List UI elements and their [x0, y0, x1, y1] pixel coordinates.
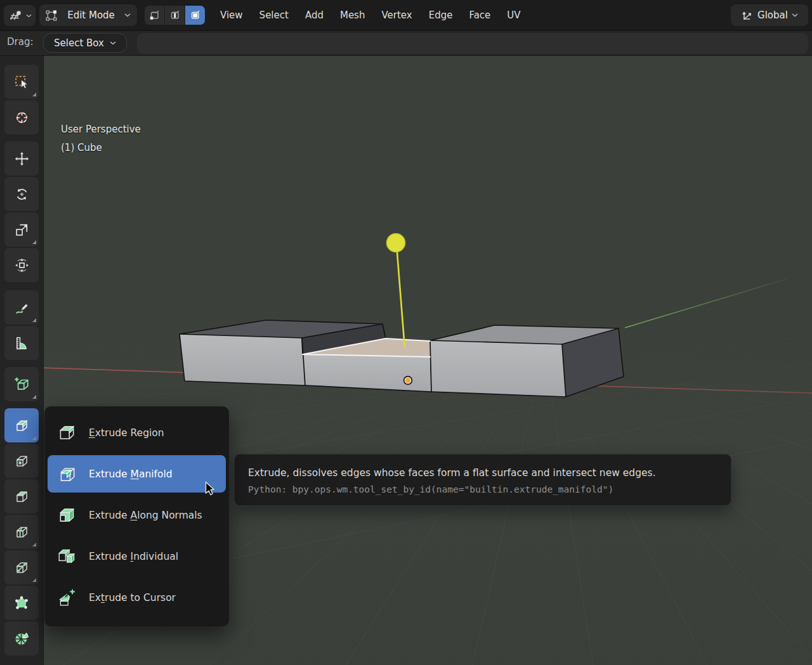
extrude-along-normals-icon — [55, 505, 78, 526]
tool-scale[interactable] — [4, 212, 39, 247]
menu-face[interactable]: Face — [461, 10, 499, 21]
menu-item-label: Extrude to Cursor — [89, 592, 176, 604]
menu-item-label: Extrude Manifold — [89, 468, 173, 480]
menu-item-extrude-along-normals[interactable]: Extrude Along Normals — [48, 496, 226, 534]
menu-add[interactable]: Add — [297, 10, 332, 21]
chevron-down-icon — [124, 13, 131, 17]
left-front-face[interactable] — [180, 334, 305, 385]
extrude-to-cursor-icon — [55, 588, 78, 608]
move-icon — [14, 151, 30, 167]
viewport-overlay-text: User Perspective (1) Cube — [61, 120, 141, 157]
rotate-icon — [14, 186, 30, 202]
tool-inset-faces[interactable] — [4, 444, 39, 478]
object-origin-dot — [404, 377, 412, 385]
tool-bevel[interactable] — [4, 479, 39, 513]
tool-transform[interactable] — [4, 248, 39, 282]
edit-mode-icon — [46, 10, 58, 22]
tooltip: Extrude, dissolves edges whose faces for… — [234, 454, 731, 506]
chevron-down-icon — [792, 13, 798, 17]
tool-settings-panel — [137, 33, 808, 54]
face-select-button[interactable] — [185, 6, 205, 25]
menu-view[interactable]: View — [212, 10, 251, 21]
editor-3d-viewport-icon — [8, 9, 22, 23]
select-mode-group — [145, 6, 205, 25]
tool-rotate[interactable] — [4, 177, 39, 211]
orientation-dropdown[interactable]: Global — [731, 4, 808, 26]
topbar: Edit Mode — [0, 0, 812, 31]
tooltip-python-hint: Python: bpy.ops.wm.tool_set_by_id(name="… — [248, 481, 718, 498]
tool-knife[interactable] — [4, 550, 39, 584]
mode-dropdown[interactable]: Edit Mode — [39, 4, 137, 26]
tool-tweak-select-box[interactable] — [4, 65, 39, 99]
tool-loop-cut[interactable] — [4, 515, 39, 549]
extrude-manifold-icon — [55, 464, 78, 484]
extrude-region-icon — [13, 417, 30, 434]
measure-icon — [14, 335, 30, 351]
extrude-flyout-menu: Extrude Region Extrude Manifold — [44, 406, 229, 626]
tooltip-description: Extrude, dissolves edges whose faces for… — [248, 465, 718, 481]
extrude-individual-icon — [55, 546, 78, 567]
tool-cursor-3d[interactable] — [4, 100, 39, 134]
tool-settings-bar: Drag: Select Box — [0, 30, 812, 56]
blender-window: User Perspective (1) Cube — [0, 0, 812, 665]
orientation-label: Global — [757, 10, 788, 21]
add-cube-icon — [13, 376, 30, 392]
vertex-select-icon — [149, 10, 160, 21]
menu-item-extrude-manifold[interactable]: Extrude Manifold — [48, 455, 226, 493]
knife-icon — [13, 559, 30, 576]
tool-move[interactable] — [4, 141, 39, 176]
chevron-down-icon — [26, 14, 32, 18]
drag-tool-dropdown[interactable]: Select Box — [43, 33, 127, 53]
drag-label: Drag: — [7, 36, 33, 48]
mode-label: Edit Mode — [62, 10, 121, 21]
object-name-label: (1) Cube — [61, 139, 141, 157]
face-select-icon — [190, 10, 201, 21]
right-front-face[interactable] — [430, 340, 566, 397]
poly-build-icon — [13, 595, 30, 611]
menu-edge[interactable]: Edge — [421, 10, 461, 21]
menu-item-label: Extrude Region — [89, 427, 164, 439]
loop-cut-icon — [13, 524, 30, 540]
spin-icon — [13, 630, 30, 647]
mouse-cursor-icon — [205, 481, 216, 496]
edge-select-button[interactable] — [165, 6, 185, 25]
select-box-icon — [14, 74, 30, 90]
tool-annotate[interactable] — [4, 290, 39, 325]
drag-tool-value: Select Box — [54, 37, 104, 49]
view-name-label: User Perspective — [61, 120, 141, 139]
menu-item-label: Extrude Individual — [89, 551, 178, 562]
menu-select[interactable]: Select — [251, 10, 297, 21]
menu-item-extrude-individual[interactable]: Extrude Individual — [48, 538, 226, 575]
transform-orientation-icon — [741, 9, 754, 22]
extrude-region-icon — [55, 423, 78, 443]
chevron-down-icon — [110, 41, 116, 45]
menubar: View Select Add Mesh Vertex Edge Face UV — [212, 0, 529, 30]
tool-poly-build[interactable] — [4, 586, 39, 620]
vertex-select-button[interactable] — [145, 6, 164, 25]
tool-measure[interactable] — [4, 326, 39, 360]
3d-cursor-icon — [14, 110, 30, 126]
menu-mesh[interactable]: Mesh — [332, 10, 374, 21]
transform-icon — [14, 257, 30, 273]
toolbar — [0, 55, 44, 665]
annotate-icon — [14, 300, 30, 316]
tool-add-cube[interactable] — [4, 367, 39, 401]
scale-icon — [14, 222, 30, 238]
bevel-icon — [13, 488, 30, 505]
inset-faces-icon — [13, 453, 30, 469]
menu-item-extrude-to-cursor[interactable]: Extrude to Cursor — [48, 579, 226, 616]
tool-spin[interactable] — [4, 621, 39, 655]
tool-extrude-region[interactable] — [4, 408, 39, 442]
menu-item-extrude-region[interactable]: Extrude Region — [48, 414, 226, 451]
editor-type-button[interactable] — [4, 5, 36, 26]
edge-select-icon — [169, 10, 181, 21]
menu-uv[interactable]: UV — [499, 10, 528, 21]
menu-item-label: Extrude Along Normals — [89, 510, 202, 521]
menu-vertex[interactable]: Vertex — [373, 10, 420, 21]
